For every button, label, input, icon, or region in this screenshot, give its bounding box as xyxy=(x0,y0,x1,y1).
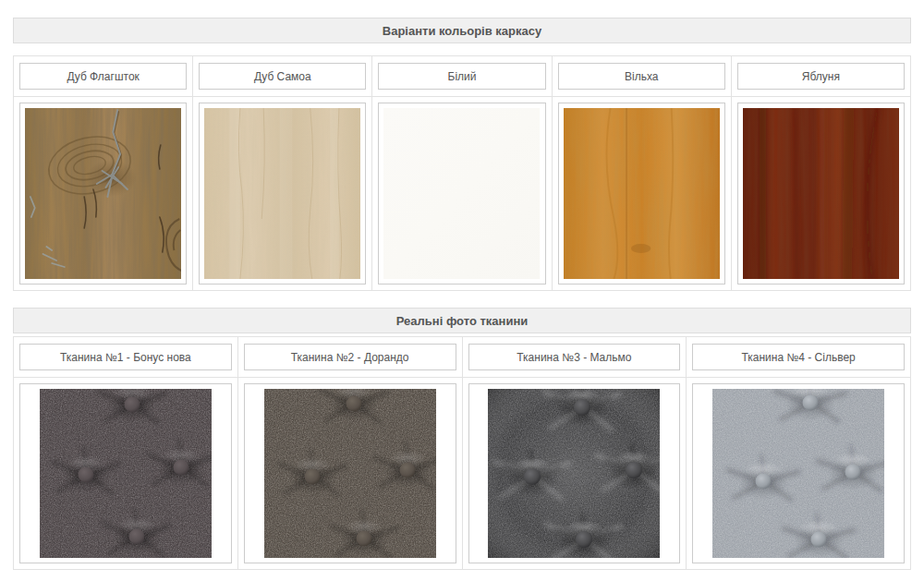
option-fabric-bonus-nova: Тканина №1 - Бонус нова xyxy=(14,337,238,569)
option-fabric-malmo: Тканина №3 - Мальмо xyxy=(463,337,687,569)
option-fabric-silver: Тканина №4 - Сільвер xyxy=(687,337,910,569)
fabric-silver-label: Тканина №4 - Сільвер xyxy=(692,344,905,370)
fabric-bonus-nova-image-frame xyxy=(19,383,232,563)
fabric-dorando-image-frame xyxy=(244,383,456,563)
oak-samoa-swatch-image xyxy=(204,108,360,279)
fabric-dorando-label: Тканина №2 - Дорандо xyxy=(244,344,456,370)
oak-flagstaff-label: Дуб Флагшток xyxy=(19,63,187,90)
fabric-bonus-nova-label: Тканина №1 - Бонус нова xyxy=(19,344,232,370)
option-image-cell xyxy=(463,378,687,569)
fabric-malmo-photo xyxy=(488,389,660,558)
alder-label: Вільха xyxy=(558,63,725,90)
option-white: Білий xyxy=(372,56,552,290)
oak-flagstaff-swatch-image xyxy=(25,108,181,279)
fabric-malmo-image-frame xyxy=(468,383,681,563)
fabric-silver-image-frame xyxy=(692,383,905,563)
option-oak-samoa: Дуб Самоа xyxy=(193,56,372,290)
frame-colors-table: Дуб Флагшток xyxy=(13,55,911,291)
fabric-photos-section-header: Реальні фото тканини xyxy=(13,308,911,333)
option-image-cell xyxy=(372,97,551,290)
option-label-cell: Яблуня xyxy=(732,56,910,97)
option-image-cell xyxy=(14,378,237,569)
option-image-cell xyxy=(238,378,462,569)
option-label-cell: Тканина №3 - Мальмо xyxy=(463,337,687,378)
option-label-cell: Дуб Флагшток xyxy=(14,56,192,97)
option-image-cell xyxy=(553,97,731,290)
option-alder: Вільха xyxy=(553,56,732,290)
fabric-bonus-nova-photo xyxy=(40,389,212,558)
option-image-cell xyxy=(193,97,371,290)
oak-flagstaff-image-frame xyxy=(19,103,187,284)
option-label-cell: Білий xyxy=(372,56,551,97)
white-label: Білий xyxy=(378,63,545,90)
white-image-frame xyxy=(378,103,545,284)
frame-colors-section-title: Варіанти кольорів каркасу xyxy=(383,24,541,38)
fabric-silver-photo xyxy=(712,389,884,558)
option-apple: Яблуня xyxy=(732,56,910,290)
option-image-cell xyxy=(14,97,192,290)
apple-image-frame xyxy=(737,103,905,284)
option-oak-flagstaff: Дуб Флагшток xyxy=(14,56,193,290)
oak-samoa-label: Дуб Самоа xyxy=(199,63,366,90)
option-label-cell: Вільха xyxy=(553,56,731,97)
option-label-cell: Тканина №4 - Сільвер xyxy=(687,337,910,378)
option-label-cell: Дуб Самоа xyxy=(193,56,371,97)
option-image-cell xyxy=(732,97,910,290)
fabric-dorando-photo xyxy=(264,389,436,558)
apple-label: Яблуня xyxy=(737,63,905,90)
alder-image-frame xyxy=(558,103,725,284)
fabric-photos-section-title: Реальні фото тканини xyxy=(396,314,529,328)
fabric-malmo-label: Тканина №3 - Мальмо xyxy=(468,344,681,370)
option-label-cell: Тканина №1 - Бонус нова xyxy=(14,337,237,378)
option-fabric-dorando: Тканина №2 - Дорандо xyxy=(238,337,463,569)
option-image-cell xyxy=(687,378,910,569)
fabric-photos-table: Тканина №1 - Бонус нова xyxy=(13,336,911,570)
apple-swatch-image xyxy=(743,108,899,279)
frame-colors-section-header: Варіанти кольорів каркасу xyxy=(13,18,911,43)
oak-samoa-image-frame xyxy=(199,103,366,284)
option-label-cell: Тканина №2 - Дорандо xyxy=(238,337,462,378)
alder-swatch-image xyxy=(564,108,720,279)
white-swatch-image xyxy=(383,108,540,279)
